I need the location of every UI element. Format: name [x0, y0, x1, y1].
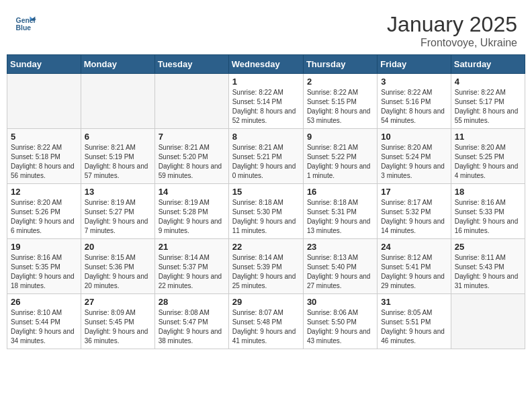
calendar-week-row: 19Sunrise: 8:16 AM Sunset: 5:35 PM Dayli… — [7, 239, 525, 294]
calendar-cell: 10Sunrise: 8:20 AM Sunset: 5:24 PM Dayli… — [378, 129, 451, 184]
calendar-cell: 26Sunrise: 8:10 AM Sunset: 5:44 PM Dayli… — [7, 294, 81, 349]
day-info: Sunrise: 8:22 AM Sunset: 5:17 PM Dayligh… — [455, 88, 521, 126]
day-number: 23 — [307, 242, 373, 252]
calendar-week-row: 26Sunrise: 8:10 AM Sunset: 5:44 PM Dayli… — [7, 294, 525, 349]
day-number: 15 — [232, 187, 300, 197]
day-info: Sunrise: 8:07 AM Sunset: 5:48 PM Dayligh… — [232, 308, 300, 346]
calendar-cell: 2Sunrise: 8:22 AM Sunset: 5:15 PM Daylig… — [303, 74, 377, 129]
day-info: Sunrise: 8:19 AM Sunset: 5:27 PM Dayligh… — [85, 198, 151, 236]
calendar-cell: 6Sunrise: 8:21 AM Sunset: 5:19 PM Daylig… — [81, 129, 154, 184]
day-number: 6 — [85, 132, 151, 142]
calendar-cell: 12Sunrise: 8:20 AM Sunset: 5:26 PM Dayli… — [7, 184, 81, 239]
calendar-cell: 21Sunrise: 8:14 AM Sunset: 5:37 PM Dayli… — [154, 239, 228, 294]
calendar-cell: 20Sunrise: 8:15 AM Sunset: 5:36 PM Dayli… — [81, 239, 154, 294]
day-info: Sunrise: 8:14 AM Sunset: 5:39 PM Dayligh… — [232, 253, 300, 291]
day-number: 13 — [85, 187, 151, 197]
day-number: 5 — [11, 132, 77, 142]
logo: General Blue — [15, 12, 36, 34]
day-info: Sunrise: 8:20 AM Sunset: 5:26 PM Dayligh… — [11, 198, 77, 236]
calendar-cell: 15Sunrise: 8:18 AM Sunset: 5:30 PM Dayli… — [228, 184, 303, 239]
day-number: 25 — [455, 242, 521, 252]
day-number: 1 — [232, 77, 300, 87]
calendar-cell — [7, 74, 81, 129]
day-number: 8 — [232, 132, 300, 142]
calendar-cell: 8Sunrise: 8:21 AM Sunset: 5:21 PM Daylig… — [228, 129, 303, 184]
weekday-header: Tuesday — [154, 55, 228, 74]
day-info: Sunrise: 8:20 AM Sunset: 5:24 PM Dayligh… — [381, 143, 447, 181]
calendar-cell: 7Sunrise: 8:21 AM Sunset: 5:20 PM Daylig… — [154, 129, 228, 184]
weekday-header: Monday — [81, 55, 154, 74]
calendar-cell: 1Sunrise: 8:22 AM Sunset: 5:14 PM Daylig… — [228, 74, 303, 129]
day-info: Sunrise: 8:06 AM Sunset: 5:50 PM Dayligh… — [307, 308, 373, 346]
calendar-cell: 19Sunrise: 8:16 AM Sunset: 5:35 PM Dayli… — [7, 239, 81, 294]
day-number: 29 — [232, 297, 300, 307]
day-info: Sunrise: 8:19 AM Sunset: 5:28 PM Dayligh… — [159, 198, 225, 236]
day-info: Sunrise: 8:22 AM Sunset: 5:16 PM Dayligh… — [381, 88, 447, 126]
calendar-cell: 13Sunrise: 8:19 AM Sunset: 5:27 PM Dayli… — [81, 184, 154, 239]
weekday-header: Sunday — [7, 55, 81, 74]
calendar-cell — [451, 294, 525, 349]
title-block: January 2025 Frontovoye, Ukraine — [387, 12, 517, 49]
day-info: Sunrise: 8:10 AM Sunset: 5:44 PM Dayligh… — [11, 308, 77, 346]
calendar-cell: 23Sunrise: 8:13 AM Sunset: 5:40 PM Dayli… — [303, 239, 377, 294]
day-info: Sunrise: 8:21 AM Sunset: 5:20 PM Dayligh… — [159, 143, 225, 181]
day-number: 12 — [11, 187, 77, 197]
day-info: Sunrise: 8:16 AM Sunset: 5:35 PM Dayligh… — [11, 253, 77, 291]
day-info: Sunrise: 8:18 AM Sunset: 5:30 PM Dayligh… — [232, 198, 300, 236]
day-info: Sunrise: 8:08 AM Sunset: 5:47 PM Dayligh… — [159, 308, 225, 346]
day-info: Sunrise: 8:22 AM Sunset: 5:14 PM Dayligh… — [232, 88, 300, 126]
weekday-header: Friday — [378, 55, 451, 74]
day-info: Sunrise: 8:21 AM Sunset: 5:22 PM Dayligh… — [307, 143, 373, 181]
day-info: Sunrise: 8:21 AM Sunset: 5:21 PM Dayligh… — [232, 143, 300, 181]
weekday-header: Saturday — [451, 55, 525, 74]
day-number: 17 — [381, 187, 447, 197]
calendar-week-row: 5Sunrise: 8:22 AM Sunset: 5:18 PM Daylig… — [7, 129, 525, 184]
day-number: 14 — [159, 187, 225, 197]
calendar-cell: 11Sunrise: 8:20 AM Sunset: 5:25 PM Dayli… — [451, 129, 525, 184]
weekday-header-row: SundayMondayTuesdayWednesdayThursdayFrid… — [7, 55, 525, 74]
weekday-header: Wednesday — [228, 55, 303, 74]
calendar-cell: 22Sunrise: 8:14 AM Sunset: 5:39 PM Dayli… — [228, 239, 303, 294]
day-number: 24 — [381, 242, 447, 252]
day-info: Sunrise: 8:14 AM Sunset: 5:37 PM Dayligh… — [159, 253, 225, 291]
day-number: 22 — [232, 242, 300, 252]
day-number: 16 — [307, 187, 373, 197]
day-number: 4 — [455, 77, 521, 87]
calendar-cell: 3Sunrise: 8:22 AM Sunset: 5:16 PM Daylig… — [378, 74, 451, 129]
day-info: Sunrise: 8:12 AM Sunset: 5:41 PM Dayligh… — [381, 253, 447, 291]
calendar-cell: 4Sunrise: 8:22 AM Sunset: 5:17 PM Daylig… — [451, 74, 525, 129]
day-number: 31 — [381, 297, 447, 307]
day-info: Sunrise: 8:22 AM Sunset: 5:18 PM Dayligh… — [11, 143, 77, 181]
calendar-cell: 18Sunrise: 8:16 AM Sunset: 5:33 PM Dayli… — [451, 184, 525, 239]
calendar-cell: 14Sunrise: 8:19 AM Sunset: 5:28 PM Dayli… — [154, 184, 228, 239]
day-info: Sunrise: 8:09 AM Sunset: 5:45 PM Dayligh… — [85, 308, 151, 346]
weekday-header: Thursday — [303, 55, 377, 74]
calendar-week-row: 12Sunrise: 8:20 AM Sunset: 5:26 PM Dayli… — [7, 184, 525, 239]
calendar-cell: 17Sunrise: 8:17 AM Sunset: 5:32 PM Dayli… — [378, 184, 451, 239]
day-number: 28 — [159, 297, 225, 307]
day-info: Sunrise: 8:21 AM Sunset: 5:19 PM Dayligh… — [85, 143, 151, 181]
month-title: January 2025 — [387, 12, 517, 37]
day-number: 9 — [307, 132, 373, 142]
calendar-cell: 9Sunrise: 8:21 AM Sunset: 5:22 PM Daylig… — [303, 129, 377, 184]
day-info: Sunrise: 8:22 AM Sunset: 5:15 PM Dayligh… — [307, 88, 373, 126]
day-number: 3 — [381, 77, 447, 87]
day-number: 30 — [307, 297, 373, 307]
calendar-cell: 24Sunrise: 8:12 AM Sunset: 5:41 PM Dayli… — [378, 239, 451, 294]
day-info: Sunrise: 8:20 AM Sunset: 5:25 PM Dayligh… — [455, 143, 521, 181]
day-number: 18 — [455, 187, 521, 197]
calendar-cell — [81, 74, 154, 129]
calendar-cell: 27Sunrise: 8:09 AM Sunset: 5:45 PM Dayli… — [81, 294, 154, 349]
calendar-cell: 30Sunrise: 8:06 AM Sunset: 5:50 PM Dayli… — [303, 294, 377, 349]
day-number: 19 — [11, 242, 77, 252]
day-info: Sunrise: 8:13 AM Sunset: 5:40 PM Dayligh… — [307, 253, 373, 291]
calendar-cell: 28Sunrise: 8:08 AM Sunset: 5:47 PM Dayli… — [154, 294, 228, 349]
calendar-cell: 5Sunrise: 8:22 AM Sunset: 5:18 PM Daylig… — [7, 129, 81, 184]
svg-text:Blue: Blue — [16, 24, 32, 32]
calendar-cell: 31Sunrise: 8:05 AM Sunset: 5:51 PM Dayli… — [378, 294, 451, 349]
calendar-cell — [154, 74, 228, 129]
calendar-week-row: 1Sunrise: 8:22 AM Sunset: 5:14 PM Daylig… — [7, 74, 525, 129]
location-title: Frontovoye, Ukraine — [387, 37, 517, 49]
day-number: 10 — [381, 132, 447, 142]
day-info: Sunrise: 8:05 AM Sunset: 5:51 PM Dayligh… — [381, 308, 447, 346]
